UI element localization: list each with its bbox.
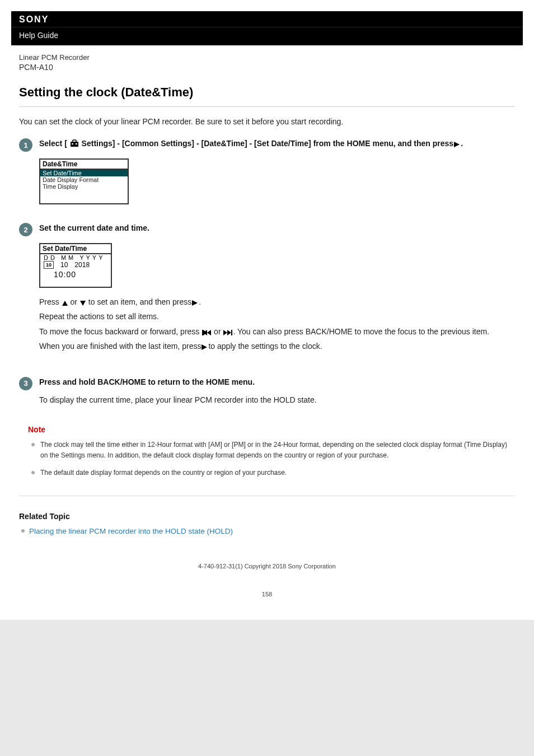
svg-marker-11 [207, 330, 211, 335]
play-right-icon [454, 142, 460, 147]
svg-marker-6 [80, 301, 86, 306]
step-2-p4: When you are finished with the last item… [39, 340, 515, 352]
play-right-icon [202, 344, 208, 350]
lcd2-header: Set Date/Time [40, 244, 111, 254]
header-bar: SONY Help Guide [11, 11, 523, 45]
svg-marker-4 [454, 142, 460, 147]
lcd1-row: Date Display Format [40, 176, 128, 183]
step-3-title: Press and hold BACK/HOME to return to th… [39, 376, 515, 388]
step-2: 2 Set the current date and time. Set Dat… [19, 222, 515, 355]
lcd2-time: 10:00 [40, 269, 111, 287]
step-1-title: Select [ Settings] - [Common Settings] -… [39, 138, 515, 150]
step-2-badge: 2 [19, 223, 32, 236]
lcd1-row: Time Display [40, 183, 128, 190]
lcd-set-date-time: Set Date/Time DD MM YYYY 10 10 2018 10:0… [39, 243, 112, 288]
svg-rect-8 [202, 330, 203, 335]
note-divider [19, 496, 515, 496]
step-2-p1: Press or to set an item, and then press. [39, 296, 515, 308]
related-link[interactable]: Placing the linear PCM recorder into the… [29, 527, 233, 535]
svg-marker-15 [202, 344, 207, 350]
related-heading: Related Topic [19, 512, 515, 521]
copyright: 4-740-912-31(1) Copyright 2018 Sony Corp… [0, 563, 534, 570]
step-2-p3: To move the focus backward or forward, p… [39, 325, 515, 338]
brand-logo: SONY [19, 15, 49, 24]
triangle-down-icon [80, 301, 86, 306]
lcd2-values: 10 10 2018 [40, 261, 111, 269]
play-right-icon [192, 300, 198, 306]
svg-rect-2 [72, 143, 73, 144]
product-line: Linear PCM Recorder [19, 53, 515, 62]
lcd1-header: Date&Time [40, 160, 128, 170]
intro-text: You can set the clock of your linear PCM… [19, 116, 515, 128]
step-2-title: Set the current date and time. [39, 222, 515, 234]
step-2-p2: Repeat the actions to set all items. [39, 310, 515, 323]
related-item: Placing the linear PCM recorder into the… [21, 525, 515, 538]
page-number: 158 [0, 591, 534, 598]
page-title: Setting the clock (Date&Time) [19, 85, 515, 100]
lcd2-yyyy: 2018 [74, 261, 90, 269]
note-block: Note The clock may tell the time either … [28, 425, 515, 479]
lcd2-labels: DD MM YYYY [40, 254, 111, 261]
step-1-badge: 1 [19, 138, 32, 152]
svg-rect-3 [76, 143, 77, 144]
lcd-date-time-menu: Date&Time Set Date/Time Date Display For… [39, 158, 129, 204]
help-guide-label: Help Guide [11, 27, 523, 45]
skip-back-icon [202, 330, 211, 335]
note-item: The default date display format depends … [31, 468, 515, 478]
lcd1-row-selected: Set Date/Time [40, 170, 128, 176]
step-1: 1 Select [ Settings] - [Common Settings]… [19, 138, 515, 218]
skip-forward-icon [223, 330, 232, 335]
related-block: Related Topic Placing the linear PCM rec… [19, 512, 515, 538]
settings-toolbox-icon [70, 139, 79, 147]
product-block: Linear PCM Recorder PCM-A10 [19, 53, 515, 72]
svg-marker-5 [62, 301, 68, 306]
title-divider [19, 106, 515, 107]
step-3-badge: 3 [19, 377, 32, 390]
lcd2-mm: 10 [60, 261, 68, 269]
svg-marker-12 [223, 330, 227, 335]
triangle-up-icon [62, 301, 68, 306]
note-heading: Note [28, 425, 515, 434]
svg-marker-13 [227, 330, 231, 335]
note-item: The clock may tell the time either in 12… [31, 440, 515, 461]
model-number: PCM-A10 [19, 63, 515, 72]
step-3-p1: To display the current time, place your … [39, 394, 515, 406]
step-3: 3 Press and hold BACK/HOME to return to … [19, 376, 515, 408]
svg-marker-7 [192, 300, 198, 306]
lcd2-dd: 10 [44, 261, 54, 269]
svg-rect-1 [73, 140, 76, 142]
